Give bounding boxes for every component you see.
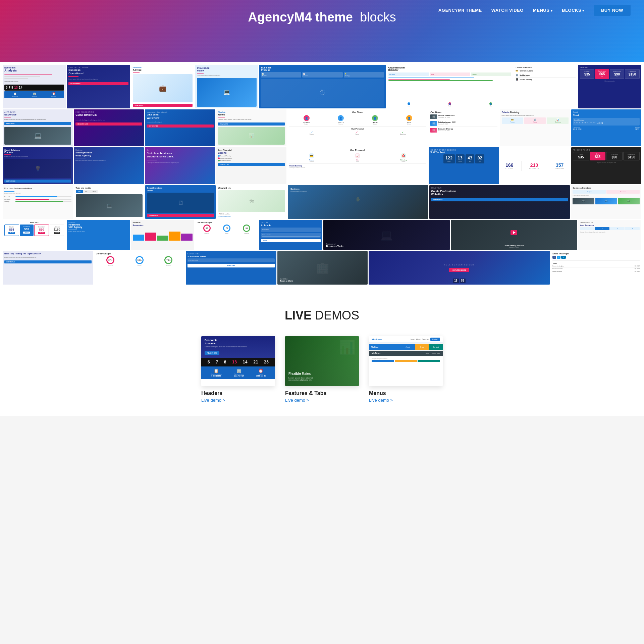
demo-label-menus: Menus — [369, 390, 443, 396]
mosaic-row-6: Need Help Finding The Right Service? Lor… — [3, 251, 641, 285]
block-laptop-dark[interactable]: 💻 Professional Business Tools — [323, 220, 450, 250]
block-subscribe[interactable]: Subscribe SUBSCRIBE FORM Enter your emai… — [186, 251, 276, 285]
block-first-class-business[interactable]: 01 First class businesssolutions since 1… — [145, 147, 215, 184]
block-economic-analysis[interactable]: EconomicAnalysis Statistical data analys… — [3, 65, 66, 108]
mosaic-row-3: Smart Solutions For You Lorem ipsum dolo… — [3, 147, 641, 184]
block-services[interactable]: Online Solutions 💳 Online Solutions 🏦 Mo… — [514, 65, 577, 108]
demo-link-menus[interactable]: Live demo > — [369, 398, 443, 403]
block-private-banking[interactable]: Private Banking Lorem ipsum dolor sit am… — [500, 109, 570, 146]
block-insurance-policy[interactable]: Insurance Policy Lorem ipsum dolor sit a… — [195, 65, 258, 108]
block-create-video[interactable]: Create Amazing Websites Watch our video — [451, 220, 577, 250]
block-smart-sol-dark[interactable]: Smart Solutions For You 🖥 GET STARTED — [145, 185, 216, 219]
block-biz-solutions-right[interactable]: Business Solutions Analysis Insurance Lo… — [571, 185, 641, 219]
mosaic-row-4: First class business solutions Lorem ips… — [3, 185, 641, 219]
block-flexible-rates[interactable]: Flexible Rates Click any text to place i… — [216, 109, 286, 146]
demo-label-features: Features & Tabs — [285, 390, 359, 396]
block-we-offer[interactable]: Lorem ipsum dolor sit amet, Like WhatWe … — [145, 109, 215, 146]
demo-thumb-menus: MoBtoo Home About Services Contact MoBto… — [369, 336, 443, 386]
demo-thumb-features: Flexible Rates Lorem ipsum dolor sit ame… — [285, 336, 359, 386]
block-our-team[interactable]: Our Team 👤 Jacob Bell Designer 👤 Sarah L… — [287, 109, 428, 146]
block-conference[interactable]: 2017 MARKETING CONFERENCE Join us for th… — [74, 109, 144, 146]
block-office-photo[interactable]: 🏢 Our Office Team at Work — [277, 251, 368, 285]
block-our-personal[interactable]: Our Personal 💳 Finance Solutions 📈 Sales… — [287, 147, 428, 184]
block-advantages-2[interactable]: Our advantages 87% Success 94% Clients 7… — [94, 251, 185, 285]
nav-blocks[interactable]: BLOCKS — [562, 8, 584, 13]
block-smart-solutions[interactable]: Smart Solutions For You Lorem ipsum dolo… — [3, 147, 73, 184]
block-share-page[interactable]: Share This Page! f t in Table Economic A… — [551, 251, 641, 285]
demo-card-menus[interactable]: MoBtoo Home About Services Contact MoBto… — [369, 336, 443, 403]
demos-grid: EconomicAnalysis Statistical analysis da… — [13, 336, 631, 403]
block-pricing-1[interactable]: PRICING Starter $35 /mo Business $65 /mo… — [578, 65, 641, 108]
mosaic-row-1: EconomicAnalysis Statistical data analys… — [3, 65, 641, 108]
block-financial-advise[interactable]: Financial Advise 💼 READ MORE — [131, 65, 194, 108]
block-political-economics[interactable]: Political Economics — [131, 220, 194, 250]
buy-now-button[interactable]: BUY NOW — [594, 5, 631, 16]
block-org-behavior[interactable]: Organizational Behavior Marketing Sales … — [387, 65, 513, 108]
block-create-websites[interactable]: BUILD YOUR Create ProfessionalWebsites G… — [429, 185, 570, 219]
demo-link-features[interactable]: Live demo > — [285, 398, 359, 403]
block-countdown[interactable]: Count Every Second Until The Event 122 D… — [429, 147, 499, 184]
mosaic-row-5: PRICING Starter $35 SELECT Business $65 … — [3, 220, 641, 250]
block-pricing-light[interactable]: PRICING Starter $35 SELECT Business $65 … — [3, 220, 66, 250]
block-biz-redefined[interactable]: Business Redefinedwith Agency Lorem ipsu… — [67, 220, 130, 250]
block-flex-plans[interactable]: Flexible Plans For Your Business 1 2 3 4… — [578, 220, 641, 250]
block-tabs-media[interactable]: Tabs and media Tab 1 Tab 2 Tab 3 💻 — [74, 185, 145, 219]
block-pricing-dark[interactable]: Pricing Plans Basic $35 Pro $65 Business… — [571, 147, 641, 184]
blocks-mosaic: EconomicAnalysis Statistical data analys… — [0, 62, 644, 288]
block-business-process[interactable]: BusinessProcess 📊 Analytics 📈 Growth 💡 S… — [259, 65, 386, 108]
block-contact-us[interactable]: Contact Us 🗺 📍 123 Street, City 📧 info@a… — [217, 185, 287, 219]
block-biz-agency[interactable]: Business Managementwith Agency Build you… — [74, 147, 144, 184]
navigation: AGENCYM4 THEME WATCH VIDEO MENUS BLOCKS … — [0, 0, 644, 20]
block-proven-expertise[interactable]: A Proven Expertise Lorem ipsum dolor sit… — [3, 109, 73, 146]
demo-label-headers: Headers — [201, 390, 275, 396]
block-get-in-touch[interactable]: Let's Get In Touch Your Name Email Addre… — [259, 220, 322, 250]
demo-card-headers[interactable]: EconomicAnalysis Statistical analysis da… — [201, 336, 275, 403]
nav-watch-video[interactable]: WATCH VIDEO — [491, 8, 524, 13]
block-stats-numbers[interactable]: 166 Clients 210 Projects 357 Team Men — [500, 147, 570, 184]
mosaic-row-2: A Proven Expertise Lorem ipsum dolor sit… — [3, 109, 641, 146]
demo-thumb-headers: EconomicAnalysis Statistical analysis da… — [201, 336, 275, 386]
block-business-photo[interactable]: Business Professional Solutions ✋ — [288, 185, 428, 219]
demo-link-headers[interactable]: Live demo > — [201, 398, 275, 403]
block-need-help[interactable]: Need Help Finding The Right Service? Lor… — [3, 251, 93, 285]
block-first-class-biz-light[interactable]: First class business solutions Lorem ips… — [3, 185, 73, 219]
block-business-ops[interactable]: Optimize Your BusinessOperations! Lorem … — [67, 65, 130, 108]
block-financial-experts[interactable]: Best Financial Experts Financial Plannin… — [216, 147, 286, 184]
live-demos-title: LIVE DEMOS — [13, 308, 631, 323]
demo-card-features[interactable]: Flexible Rates Lorem ipsum dolor sit ame… — [285, 336, 359, 403]
live-demos-section: LIVE DEMOS EconomicAnalysis Statistical … — [0, 288, 644, 416]
block-our-advantages[interactable]: Our advantages 87 Finance 72 Sales 95 St… — [195, 220, 258, 250]
block-our-news[interactable]: Our News 📰 Venture Edition 2022 November… — [429, 109, 499, 146]
nav-agencym4-theme[interactable]: AGENCYM4 THEME — [438, 8, 482, 13]
nav-menus[interactable]: MENUS — [533, 8, 552, 13]
block-credit-card[interactable]: Credit Card Card Number **** **** **** 4… — [571, 109, 641, 146]
block-full-screen-slider[interactable]: FULL SCREEN SLIDER EXPLORE MORE 15 59 — [369, 251, 550, 285]
